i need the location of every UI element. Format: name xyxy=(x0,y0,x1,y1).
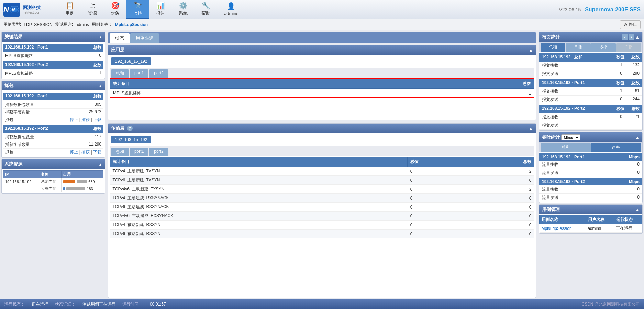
transport-tab-port1[interactable]: port1 xyxy=(130,148,148,156)
progress-blue xyxy=(63,187,65,190)
help-badge[interactable]: ? xyxy=(127,126,133,131)
transport-stat-total: 0 xyxy=(471,176,534,185)
transport-stat-total: 0 xyxy=(471,212,534,221)
pkt-tab-multicast[interactable]: 多播 xyxy=(591,43,616,52)
sys-resources-header[interactable]: 系统资源 ▲ xyxy=(2,159,105,169)
monitor-icon: 🔭 xyxy=(134,1,142,10)
packet-data-row: 报文接收161 xyxy=(539,87,642,96)
transport-col-stat: 统计条目 xyxy=(110,157,408,167)
tab-status[interactable]: 状态 xyxy=(110,33,130,43)
scroll-right-btn[interactable]: › xyxy=(629,34,634,40)
transport-tab-sum[interactable]: 总和 xyxy=(111,148,129,156)
nav-resource[interactable]: 🗂 资源 xyxy=(81,0,104,19)
app-layer-panel: 应用层 ▲ 192_168_15_192 总和 port1 port2 统计条目… xyxy=(108,45,536,120)
admin-icon: 👤 xyxy=(227,2,235,10)
collapse-arrow: ▲ xyxy=(529,47,533,53)
nav-admin[interactable]: 👤 admins xyxy=(217,0,245,19)
stop-button[interactable]: ⊙ 停止 xyxy=(620,20,641,29)
pkt-tab-unicast[interactable]: 单播 xyxy=(566,43,590,52)
table-row: 192.168.15.192 系统内存 639 xyxy=(3,178,103,185)
usecase-icon: 📋 xyxy=(66,1,74,10)
app-tab-sum[interactable]: 总和 xyxy=(111,69,129,78)
nav-monitor[interactable]: 🔭 监控 xyxy=(126,0,149,19)
capture-ip1-capture[interactable]: 捕获 xyxy=(81,117,90,122)
collapse-arrow: ▲ xyxy=(635,34,640,40)
stop-icon: ⊙ xyxy=(624,22,627,27)
transport-stat-name: TCPv4_主动建成_RXSYNACK xyxy=(110,194,408,203)
nav-usecase[interactable]: 📋 用例 xyxy=(58,0,81,19)
transport-stat-sec: 0 xyxy=(408,176,471,185)
case-name-link[interactable]: MplsLdpSession xyxy=(542,226,572,231)
transport-stat-name: TCPv4_主动新建_TXSYN xyxy=(110,167,408,176)
detail-label: 状态详细： xyxy=(55,301,76,307)
capture-header[interactable]: 抓包 ▲ xyxy=(2,81,105,90)
type-label: 用例类型: xyxy=(3,22,21,28)
throughput-unit-select[interactable]: Mbps Kbps bps xyxy=(561,134,580,140)
collapse-arrow: ▲ xyxy=(635,207,640,212)
svg-text:N: N xyxy=(12,7,15,11)
app-layer-title: 应用层 ▲ xyxy=(108,45,536,55)
tp-tab-rate[interactable]: 速率 xyxy=(591,143,641,152)
nav-system[interactable]: ⚙️ 系统 xyxy=(172,0,195,19)
packet-stats-tabs: 总和 单播 多播 广播 xyxy=(539,42,642,52)
table-row: MplsLdpSession admins 正在运行 xyxy=(540,224,642,233)
nav-help[interactable]: 🔧 帮助 xyxy=(195,0,217,19)
tp-tab-sum[interactable]: 总和 xyxy=(541,143,591,152)
transport-ip-tab[interactable]: 192_168_15_192 xyxy=(111,136,151,143)
packet-stats-panel: 报文统计 ‹ › ▲ 总和 单播 多播 广播 192.168.15.192 - … xyxy=(539,32,643,131)
table-row: TCPv4_被动新建_RXSYN00 xyxy=(110,221,534,230)
transport-stat-sec: 0 xyxy=(408,212,471,221)
app-sub-tabs: 总和 port1 port2 xyxy=(110,68,534,78)
system-icon: ⚙️ xyxy=(179,1,188,10)
throughput-data-row: 流量发送0 xyxy=(539,169,642,177)
capture-ip1-stop[interactable]: 停止 xyxy=(70,117,78,122)
transport-stat-total: 0 xyxy=(471,230,534,238)
capture-ip2-download[interactable]: 下载 xyxy=(93,150,101,154)
throughput-section-header: 192.168.15.192 - Port1Mbps xyxy=(539,153,642,161)
pkt-tab-sum[interactable]: 总和 xyxy=(541,43,565,52)
scroll-left-btn[interactable]: ‹ xyxy=(622,34,627,40)
capture-ip1-row1: 捕获字节数量 25,672 xyxy=(3,109,103,116)
nav-report[interactable]: 📊 报告 xyxy=(149,0,172,19)
case-mgmt-panel: 用例管理 ▲ 用例名称 用户名称 运行状态 MplsLdpSession xyxy=(539,204,643,234)
sys-table: IP 名称 占用 192.168.15.192 系统内存 xyxy=(3,170,103,192)
capture-ip2-capture[interactable]: 捕获 xyxy=(81,150,90,154)
capture-ip1-download[interactable]: 下载 xyxy=(93,117,101,122)
app-data-table: 统计条目 总数 MPLS虚拟链路 1 xyxy=(110,78,534,98)
transport-stat-sec: 0 xyxy=(408,203,471,212)
throughput-header: 吞吐统计 Mbps Kbps bps ▲ xyxy=(539,132,642,142)
collapse-arrow: ▲ xyxy=(99,84,102,88)
throughput-panel: 吞吐统计 Mbps Kbps bps ▲ 总和 速率 192.168.15.19… xyxy=(539,132,643,203)
progress-gray xyxy=(66,187,85,190)
nav-object[interactable]: 🎯 对象 xyxy=(104,0,126,19)
case-mgmt-content: 用例名称 用户名称 运行状态 MplsLdpSession admins 正在运… xyxy=(539,214,642,233)
key-ip2-header: 192.168.15.192 - Port2 总数 xyxy=(3,61,103,69)
case-name: MplsLdpSession xyxy=(540,224,586,233)
app-ip-tab[interactable]: 192_168_15_192 xyxy=(111,57,151,65)
main-nav: 📋 用例 🗂 资源 🎯 对象 🔭 监控 📊 报告 ⚙️ 系统 🔧 帮助 👤 xyxy=(58,0,559,19)
packet-data-row: 报文发送 xyxy=(539,121,642,130)
tab-limit[interactable]: 用例限速 xyxy=(130,33,159,43)
case-table: 用例名称 用户名称 运行状态 MplsLdpSession admins 正在运… xyxy=(539,215,642,233)
status-bar: 运行状态： 正在运行 状态详细： 测试用例正在运行 运行时间： 00:01:57… xyxy=(0,299,644,309)
sys-col-ip: IP xyxy=(3,171,39,178)
sys-resources-content: IP 名称 占用 192.168.15.192 系统内存 xyxy=(2,169,105,193)
app-empty-space xyxy=(110,98,534,119)
packet-data-row: 报文发送0290 xyxy=(539,70,642,78)
transport-layer-panel: 传输层 ? ▲ 192_168_15_192 总和 port1 port2 统计… xyxy=(108,123,536,298)
main-tab-bar: 状态 用例限速 xyxy=(108,32,536,43)
capture-ip2-stop[interactable]: 停止 xyxy=(70,150,78,154)
packet-section-header: 192.168.15.192 - Port2秒值总数 xyxy=(539,105,642,113)
key-results-header[interactable]: 关键结果 ▲ xyxy=(2,32,105,42)
capture-ip2-header: 192.168.15.192 - Port2 总数 xyxy=(3,125,103,133)
table-row: TCPv4v6_主动建成_RXSYNACK00 xyxy=(110,212,534,221)
transport-tab-port2[interactable]: port2 xyxy=(149,148,168,156)
collapse-arrow: ▲ xyxy=(529,126,533,131)
transport-stat-name: TCPv4v6_主动建成_RXSYNACK xyxy=(110,212,408,221)
table-row: MPLS虚拟链路 1 xyxy=(110,89,534,98)
throughput-content: 192.168.15.192 - Port1Mbps流量接收0流量发送0192.… xyxy=(539,152,642,203)
pkt-tab-broadcast[interactable]: 广播 xyxy=(616,43,641,52)
throughput-data-row: 流量接收0 xyxy=(539,185,642,194)
app-tab-port2[interactable]: port2 xyxy=(149,69,168,78)
app-tab-port1[interactable]: port1 xyxy=(130,69,148,78)
